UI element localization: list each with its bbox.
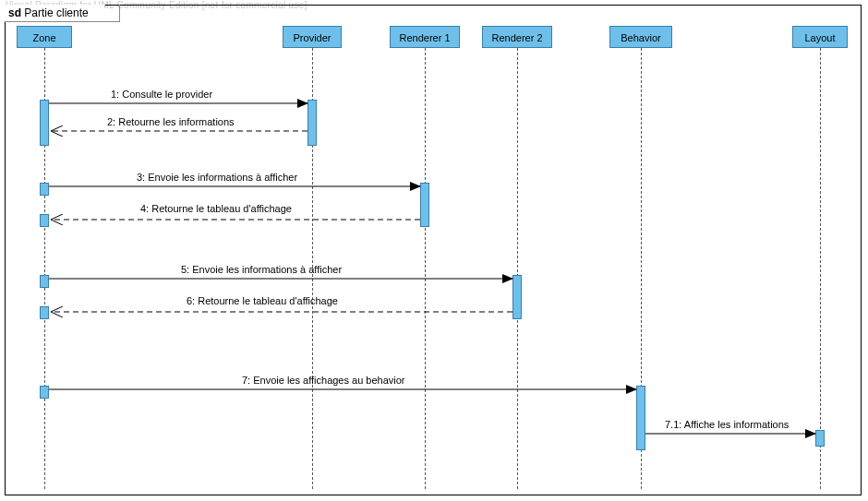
msg-label-4: 4: Retourne le tableau d'affichage xyxy=(140,203,292,214)
activation-zone-4 xyxy=(40,386,49,399)
activation-renderer1-1 xyxy=(420,183,429,227)
activation-behavior-1 xyxy=(636,386,645,450)
lifeline-head-zone: Zone xyxy=(17,26,72,48)
lifeline-layout xyxy=(820,48,821,489)
msg-label-71: 7.1: Affiche les informations xyxy=(665,419,789,430)
activation-provider-1 xyxy=(307,100,317,146)
msg-label-1: 1: Consulte le provider xyxy=(111,89,212,100)
frame-prefix: sd xyxy=(8,6,21,19)
lifeline-head-renderer2: Renderer 2 xyxy=(482,26,552,48)
msg-label-2: 2: Retourne les informations xyxy=(107,116,235,127)
lifeline-head-provider: Provider xyxy=(283,26,342,48)
lifeline-head-layout: Layout xyxy=(792,26,848,48)
frame-title: sd Partie cliente xyxy=(5,5,94,21)
activation-zone-2a xyxy=(40,183,49,196)
activation-renderer2-1 xyxy=(512,275,522,319)
msg-label-5: 5: Envoie les informations à afficher xyxy=(181,264,342,275)
diagram-canvas: Visual Paradigm for UML Community Editio… xyxy=(0,0,868,501)
lifeline-head-renderer1: Renderer 1 xyxy=(390,26,460,48)
lifeline-renderer2 xyxy=(517,48,518,489)
lifeline-head-behavior: Behavior xyxy=(609,26,672,48)
msg-label-3: 3: Envoie les informations à afficher xyxy=(137,172,297,183)
activation-zone-2b xyxy=(40,214,49,227)
lifeline-renderer1 xyxy=(425,48,426,489)
activation-zone-1 xyxy=(40,100,49,146)
activation-zone-3a xyxy=(40,275,49,288)
msg-label-6: 6: Retourne le tableau d'affichage xyxy=(187,295,338,306)
frame-name: Partie cliente xyxy=(24,6,88,19)
activation-zone-3b xyxy=(40,306,49,319)
msg-label-7: 7: Envoie les affichages au behavior xyxy=(242,375,405,386)
activation-layout-1 xyxy=(815,430,825,447)
